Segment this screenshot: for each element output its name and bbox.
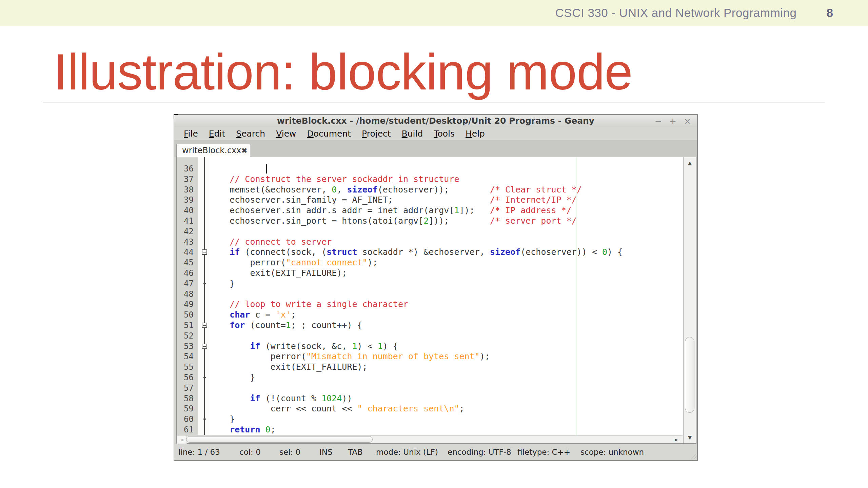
code-area[interactable]: 3637 // Construct the server sockaddr_in… [177,157,683,435]
code-text: // Construct the server sockaddr_in stru… [209,174,459,185]
fold-cell [198,331,209,341]
line-number: 44 [177,247,198,258]
code-line: 57 [177,383,683,393]
code-line: 44 if (connect(sock, (struct sockaddr *)… [177,247,683,258]
code-text: echoserver.sin_family = AF_INET; /* Inte… [209,195,577,205]
code-line: 48 [177,289,683,300]
line-number: 48 [177,289,198,300]
menu-edit[interactable]: Edit [203,129,231,139]
code-text: exit(EXIT_FAILURE); [209,268,347,279]
tabstrip: writeBlock.cxx ✖ [174,140,697,157]
code-line: 53 if (write(sock, &c, 1) < 1) { [177,341,683,352]
page-number: 8 [827,6,833,20]
line-number: 47 [177,279,198,289]
scroll-left-icon[interactable]: ◄ [177,435,187,444]
fold-collapse-icon[interactable] [202,344,207,349]
fold-cell [198,393,209,404]
code-text: exit(EXIT_FAILURE); [209,362,368,372]
code-text: if (write(sock, &c, 1) < 1) { [209,341,398,352]
fold-collapse-icon[interactable] [202,249,207,255]
menu-document[interactable]: Document [302,129,357,139]
scroll-up-icon[interactable]: ▲ [684,158,696,168]
menu-build[interactable]: Build [396,129,429,139]
menu-tools[interactable]: Tools [428,129,460,139]
scroll-down-icon[interactable]: ▼ [684,432,696,443]
minimize-button[interactable]: − [655,116,662,126]
code-text: // connect to server [209,237,332,247]
code-text: } [209,372,255,383]
line-number: 50 [177,310,198,320]
code-text: if (!(count % 1024)) [209,393,352,404]
code-line: 40 echoserver.sin_addr.s_addr = inet_add… [177,205,683,216]
line-number: 49 [177,299,198,310]
code-text: return 0; [209,425,276,435]
line-number: 58 [177,393,198,404]
line-number: 36 [177,164,198,174]
fold-cell [198,383,209,393]
tab-writeblock[interactable]: writeBlock.cxx ✖ [176,144,250,157]
code-text: perror("cannot connect"); [209,258,378,268]
fold-cell [198,268,209,279]
code-line: 37 // Construct the server sockaddr_in s… [177,174,683,185]
fold-cell [198,299,209,310]
fold-cell [198,237,209,247]
slide: CSCI 330 - UNIX and Network Programming … [0,0,868,488]
code-line: 42 [177,226,683,237]
text-caret [266,164,267,174]
line-number: 52 [177,331,198,341]
menu-help[interactable]: Help [460,129,490,139]
code-text: perror("Mismatch in number of bytes sent… [209,351,490,362]
line-number: 53 [177,341,198,352]
status-item: TAB [348,448,363,456]
fold-cell [198,205,209,216]
code-text: for (count=1; ; count++) { [209,320,362,331]
code-text: cerr << count << " characters sent\n"; [209,404,465,414]
code-line: 58 if (!(count % 1024)) [177,393,683,404]
geany-window: writeBlock.cxx - /home/student/Desktop/U… [174,114,698,461]
horizontal-scroll-thumb[interactable] [186,436,373,443]
fold-cell [198,320,209,331]
menu-view[interactable]: View [271,129,301,139]
statusbar: line: 1 / 63col: 0sel: 0INSTABmode: Unix… [174,444,697,460]
window-title: writeBlock.cxx - /home/student/Desktop/U… [277,116,594,126]
code-text: // loop to write a single character [209,299,408,310]
status-item: col: 0 [239,448,261,456]
fold-cell [198,404,209,414]
code-line: 56 } [177,372,683,383]
code-text: } [209,279,235,289]
fold-end-mark [203,419,206,420]
line-number: 59 [177,404,198,414]
scroll-right-icon[interactable]: ► [672,435,682,444]
fold-cell [198,362,209,372]
line-number: 41 [177,216,198,226]
menu-search[interactable]: Search [231,129,271,139]
fold-cell [198,195,209,205]
horizontal-scrollbar[interactable]: ◄ ► [177,435,683,443]
fold-cell [198,247,209,258]
code-text: memset(&echoserver, 0, sizeof(echoserver… [209,185,582,195]
tab-close-icon[interactable]: ✖ [241,146,247,155]
fold-cell [198,185,209,195]
fold-cell [198,351,209,362]
tab-label: writeBlock.cxx [182,146,241,155]
fold-cell [198,425,209,435]
resize-grip[interactable] [691,454,696,459]
maximize-button[interactable]: + [669,116,676,126]
code-line: 47 } [177,279,683,289]
code-line: 38 memset(&echoserver, 0, sizeof(echoser… [177,185,683,195]
code-line: 41 echoserver.sin_port = htons(atoi(argv… [177,216,683,226]
fold-collapse-icon[interactable] [202,323,207,328]
fold-cell [198,174,209,185]
close-button[interactable]: × [684,116,691,126]
window-titlebar[interactable]: writeBlock.cxx - /home/student/Desktop/U… [174,115,697,127]
line-number: 40 [177,205,198,216]
vertical-scrollbar[interactable]: ▲ ▼ [683,157,696,443]
code-line: 51 for (count=1; ; count++) { [177,320,683,331]
code-line: 43 // connect to server [177,237,683,247]
vertical-scroll-thumb[interactable] [685,337,694,413]
line-number: 45 [177,258,198,268]
menu-project[interactable]: Project [356,129,396,139]
line-number: 43 [177,237,198,247]
code-line: 55 exit(EXIT_FAILURE); [177,362,683,372]
menu-file[interactable]: File [178,129,203,139]
